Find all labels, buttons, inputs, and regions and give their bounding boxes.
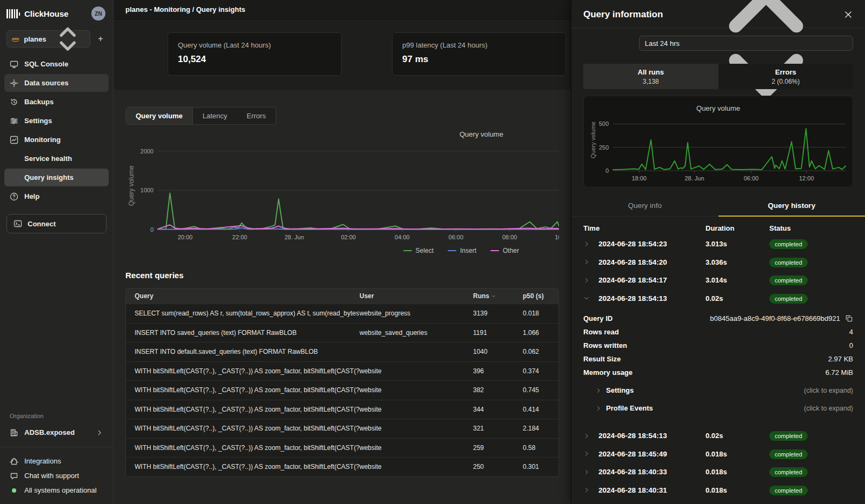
updown-chevron-icon — [50, 22, 85, 57]
chevron-right-icon[interactable] — [583, 241, 590, 247]
chart-tabs: Query volumeLatencyErrors — [125, 107, 276, 125]
sidebar-item-backups[interactable]: Backups — [4, 93, 109, 111]
history-duration: 0.02s — [706, 432, 769, 440]
sidebar-item-sql-console[interactable]: SQL Console — [4, 55, 109, 73]
legend-label: Insert — [460, 247, 476, 254]
table-row[interactable]: WITH bitShiftLeft(CAST(?..), _CAST(?..))… — [126, 438, 558, 458]
tab-query-volume[interactable]: Query volume — [126, 107, 193, 124]
service-selector[interactable]: aws planes — [6, 30, 90, 48]
status-badge: completed — [769, 486, 808, 495]
table-row[interactable]: SELECT sum(read_rows) AS r, sum(total_ro… — [126, 304, 558, 323]
svg-text:0: 0 — [150, 226, 154, 233]
tab-errors[interactable]: Errors — [237, 107, 275, 124]
chart-legend: SelectInsertOther — [125, 247, 559, 254]
chevron-right-icon[interactable] — [583, 469, 590, 475]
cell-user: website — [360, 386, 473, 394]
history-row[interactable]: 2024-06-28 18:45:490.018scompleted — [583, 445, 853, 463]
svg-text:28. Jun: 28. Jun — [284, 234, 304, 240]
history-row[interactable]: 2024-06-28 18:54:130.02scompleted — [583, 427, 853, 445]
stat-label: p99 latency (Last 24 hours) — [402, 41, 556, 49]
footer-item-integrations[interactable]: Integrations — [0, 454, 113, 468]
connect-button[interactable]: Connect — [6, 214, 107, 233]
cell-runs: 259 — [473, 444, 523, 452]
cell-runs: 396 — [473, 367, 523, 375]
legend-label: Other — [503, 247, 519, 254]
history-time: 2024-06-28 18:40:31 — [598, 486, 706, 494]
recent-queries-title: Recent queries — [125, 271, 559, 280]
chevron-right-icon[interactable] — [583, 451, 590, 457]
history-row[interactable]: 2024-06-28 18:40:310.018scompleted — [583, 481, 853, 500]
query-history-table-continued: 2024-06-28 18:54:130.02scompleted2024-06… — [571, 427, 865, 499]
add-service-button[interactable]: + — [95, 34, 107, 44]
sidebar-item-settings[interactable]: Settings — [4, 112, 109, 130]
copy-icon[interactable] — [845, 314, 853, 322]
user-avatar[interactable]: ZN — [91, 6, 105, 21]
history-row[interactable]: 2024-06-28 18:54:233.013scompleted — [583, 235, 853, 253]
panel-title: Query information — [583, 9, 663, 20]
table-row[interactable]: WITH bitShiftLeft(CAST(?..), _CAST(?..))… — [126, 380, 558, 400]
expander-label: Settings — [606, 386, 634, 394]
legend-item-other[interactable]: Other — [490, 247, 519, 254]
expander-profile-events[interactable]: Profile Events(click to expand) — [583, 401, 853, 415]
chevron-right-icon[interactable] — [583, 487, 590, 493]
sidebar-item-help[interactable]: Help — [4, 187, 109, 205]
expander-settings[interactable]: Settings(click to expand) — [583, 384, 853, 397]
table-row[interactable]: WITH bitShiftLeft(CAST(?..), _CAST(?..))… — [126, 361, 558, 381]
cell-query: WITH bitShiftLeft(CAST(?..), _CAST(?..))… — [135, 406, 360, 413]
chevron-right-icon — [96, 429, 103, 436]
segment-errors[interactable]: Errors2 (0.06%) — [718, 64, 854, 89]
time-range-select[interactable]: Last 24 hrs — [639, 36, 853, 51]
runs-errors-segments: All runs3,138Errors2 (0.06%) — [583, 64, 853, 89]
history-column-duration: Duration — [706, 224, 769, 232]
organization-name: ADSB.exposed — [24, 428, 75, 436]
table-header: QueryUserRunsp50 (s) — [126, 288, 558, 304]
table-row[interactable]: INSERT INTO saved_queries (text) FORMAT … — [126, 323, 558, 342]
sidebar-item-label: Help — [24, 192, 39, 200]
table-row[interactable]: INSERT INTO default.saved_queries (text)… — [126, 342, 558, 361]
history-column-time: Time — [583, 224, 706, 232]
history-row[interactable]: 2024-06-28 18:54:203.036scompleted — [583, 253, 853, 272]
detail-label: Memory usage — [583, 368, 633, 377]
table-row[interactable]: WITH bitShiftLeft(CAST(?..), _CAST(?..))… — [126, 400, 558, 419]
history-row[interactable]: 2024-06-28 18:54:173.014scompleted — [583, 271, 853, 290]
segment-label: All runs — [638, 68, 664, 76]
chevron-right-icon[interactable] — [583, 433, 590, 439]
chevron-right-icon[interactable] — [583, 259, 590, 265]
history-row[interactable]: 2024-06-28 18:54:130.02scompleted — [583, 290, 853, 308]
sidebar-item-query-insights[interactable]: Query insights — [4, 169, 109, 186]
cell-p50: 0.374 — [523, 367, 550, 375]
cell-p50: 2.184 — [523, 425, 550, 432]
organization-item[interactable]: ADSB.exposed — [4, 424, 109, 441]
data-sources-icon — [10, 79, 18, 88]
table-row[interactable]: WITH bitShiftLeft(CAST(?..), _CAST(?..))… — [126, 457, 558, 476]
cell-runs: 382 — [473, 386, 523, 394]
sidebar-item-data-sources[interactable]: Data sources — [4, 74, 109, 92]
detail-value: 4 — [849, 328, 853, 336]
stat-card: p99 latency (Last 24 hours)97 ms — [392, 32, 566, 76]
history-time: 2024-06-28 18:40:33 — [598, 468, 706, 476]
svg-text:22:00: 22:00 — [232, 234, 248, 240]
footer-item-chat-with-support[interactable]: Chat with support — [0, 468, 113, 483]
chevron-right-icon[interactable] — [583, 277, 590, 284]
legend-item-insert[interactable]: Insert — [448, 247, 476, 254]
cell-query: SELECT sum(read_rows) AS r, sum(total_ro… — [135, 310, 360, 317]
sidebar-item-monitoring[interactable]: Monitoring — [4, 131, 109, 149]
legend-item-select[interactable]: Select — [403, 247, 434, 254]
sidebar-item-label: SQL Console — [24, 60, 68, 68]
sidebar-item-service-health[interactable]: Service health — [4, 150, 109, 167]
detail-row-rows-written: Rows written0 — [583, 339, 853, 352]
chevron-down-icon[interactable] — [583, 295, 590, 301]
tab-latency[interactable]: Latency — [193, 107, 237, 124]
status-badge: completed — [769, 275, 808, 285]
history-row[interactable]: 2024-06-28 18:40:330.018scompleted — [583, 463, 853, 481]
cell-p50: 1.066 — [523, 329, 550, 337]
panel-tab-query-history[interactable]: Query history — [718, 196, 865, 216]
column-header-runs[interactable]: Runs — [473, 292, 523, 300]
history-time: 2024-06-28 18:54:23 — [598, 240, 706, 248]
connect-label: Connect — [28, 220, 56, 228]
panel-tab-query-info[interactable]: Query info — [571, 196, 718, 216]
segment-all-runs[interactable]: All runs3,138 — [583, 64, 718, 89]
table-row[interactable]: WITH bitShiftLeft(CAST(?..), _CAST(?..))… — [126, 419, 558, 438]
footer-item-all-systems-operational[interactable]: All systems operational — [0, 483, 113, 498]
svg-text:02:00: 02:00 — [341, 234, 356, 240]
